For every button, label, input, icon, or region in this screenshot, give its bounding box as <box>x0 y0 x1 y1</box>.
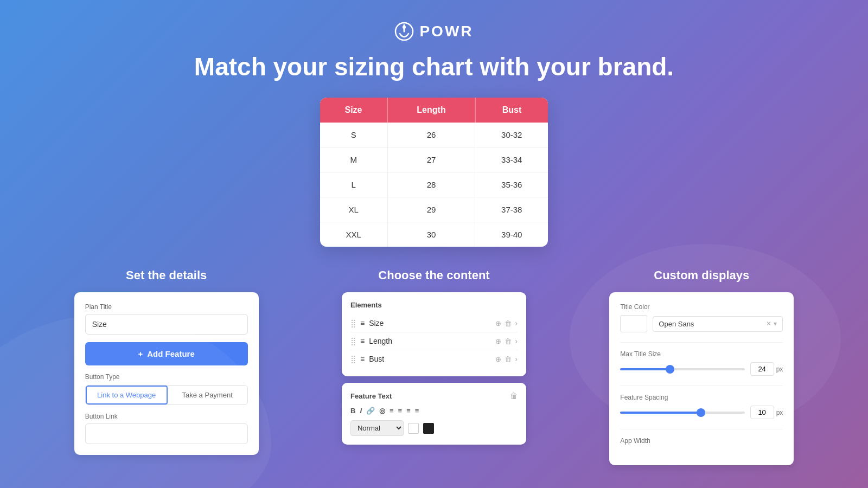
table-cell: M <box>320 147 387 172</box>
chevron-right-icon[interactable]: › <box>515 319 518 328</box>
slider-fill <box>620 412 701 414</box>
close-icon[interactable]: ✕ <box>766 320 771 328</box>
choose-content-column: Choose the content Elements ⣿ ≡ Size ⊕ 🗑… <box>304 268 564 445</box>
table-cell: 28 <box>387 172 475 197</box>
feature-text-card: Feature Text 🗑 B I 🔗 ◎ ≡ ≡ ≡ ≡ Normal He… <box>342 383 526 445</box>
italic-button[interactable]: I <box>360 407 362 415</box>
bold-button[interactable]: B <box>350 407 355 415</box>
background-color-picker[interactable] <box>423 423 434 434</box>
app-width-section: App Width <box>620 437 783 445</box>
chart-container: Size Length Bust S2630-32M2733-34L2835-3… <box>0 98 868 247</box>
max-title-unit: px <box>776 365 783 373</box>
slider-thumb[interactable] <box>697 408 705 417</box>
table-cell: 26 <box>387 123 475 147</box>
table-cell: XL <box>320 197 387 222</box>
divider <box>620 342 783 343</box>
feature-spacing-value-box: px <box>750 406 783 419</box>
delete-icon[interactable]: 🗑 <box>505 319 512 328</box>
title-color-label: Title Color <box>620 303 783 311</box>
app-width-label: App Width <box>620 437 783 445</box>
table-cell: 35-36 <box>475 172 548 197</box>
set-details-column: Set the details Plan Title + Add Feature… <box>36 268 297 455</box>
table-row: XXL3039-40 <box>320 222 548 247</box>
feature-spacing-label: Feature Spacing <box>620 394 783 401</box>
element-actions: ⊕ 🗑 › <box>495 355 518 363</box>
table-row: XL2937-38 <box>320 197 548 222</box>
title-color-section: Title Color Open Sans ✕ ▾ <box>620 303 783 332</box>
button-link-input[interactable] <box>85 423 248 444</box>
divider <box>620 429 783 429</box>
button-type-label: Button Type <box>85 373 248 381</box>
button-type-section: Button Type Link to a Webpage Take a Pay… <box>85 373 248 405</box>
max-title-size-section: Max Title Size px <box>620 350 783 376</box>
feature-spacing-section: Feature Spacing px <box>620 394 783 419</box>
image-button[interactable]: ◎ <box>379 407 385 415</box>
copy-icon[interactable]: ⊕ <box>495 337 501 345</box>
feature-spacing-value-input[interactable] <box>750 406 774 419</box>
align-left-button[interactable]: ≡ <box>390 407 394 415</box>
add-feature-button[interactable]: + Add Feature <box>85 342 248 365</box>
drag-handle-icon[interactable]: ⣿ <box>350 355 356 363</box>
button-link-label: Button Link <box>85 413 248 420</box>
max-title-value-input[interactable] <box>750 362 774 376</box>
title-color-swatch[interactable] <box>620 315 647 332</box>
list-icon: ≡ <box>360 337 365 345</box>
drag-handle-icon[interactable]: ⣿ <box>350 319 356 328</box>
chevron-right-icon[interactable]: › <box>515 355 518 363</box>
table-cell: 37-38 <box>475 197 548 222</box>
divider <box>620 386 783 386</box>
delete-icon[interactable]: 🗑 <box>505 355 512 363</box>
table-cell: 30 <box>387 222 475 247</box>
elements-title: Elements <box>350 301 518 309</box>
max-title-value-box: px <box>750 362 783 376</box>
button-link-section: Button Link <box>85 413 248 444</box>
table-cell: 30-32 <box>475 123 548 147</box>
feature-spacing-unit: px <box>776 409 783 416</box>
col-length: Length <box>387 98 475 123</box>
sizing-table: Size Length Bust S2630-32M2733-34L2835-3… <box>320 98 548 247</box>
feature-text-title: Feature Text <box>350 392 392 400</box>
feature-spacing-slider-row: px <box>620 406 783 419</box>
font-selector[interactable]: Open Sans ✕ ▾ <box>653 316 783 332</box>
table-row: M2733-34 <box>320 147 548 172</box>
slider-fill <box>620 368 670 370</box>
format-select[interactable]: Normal Heading 1 Heading 2 Heading 3 <box>350 420 404 436</box>
align-center-button[interactable]: ≡ <box>398 407 403 415</box>
copy-icon[interactable]: ⊕ <box>495 355 501 363</box>
format-row: Normal Heading 1 Heading 2 Heading 3 <box>350 420 518 436</box>
custom-displays-title: Custom displays <box>654 268 749 282</box>
powr-logo-icon <box>394 22 414 41</box>
chart-card: Size Length Bust S2630-32M2733-34L2835-3… <box>320 98 548 247</box>
bottom-section: Set the details Plan Title + Add Feature… <box>0 268 868 465</box>
header: POWR Match your sizing chart with your b… <box>0 0 868 81</box>
plan-title-input[interactable] <box>85 314 248 335</box>
element-actions: ⊕ 🗑 › <box>495 337 518 345</box>
link-button[interactable]: 🔗 <box>366 407 375 415</box>
table-cell: 39-40 <box>475 222 548 247</box>
list-icon: ≡ <box>360 355 365 363</box>
delete-icon[interactable]: 🗑 <box>505 337 512 345</box>
list-button[interactable]: ≡ <box>415 407 419 415</box>
btn-link-webpage[interactable]: Link to a Webpage <box>86 386 168 404</box>
custom-displays-column: Custom displays Title Color Open Sans ✕ … <box>571 268 832 465</box>
max-title-slider-row: px <box>620 362 783 376</box>
table-cell: 27 <box>387 147 475 172</box>
chevron-down-icon[interactable]: ▾ <box>774 320 777 328</box>
text-color-picker[interactable] <box>408 423 419 434</box>
feature-spacing-slider-track[interactable] <box>620 412 744 414</box>
max-title-slider-track[interactable] <box>620 368 744 370</box>
feature-text-delete-button[interactable]: 🗑 <box>510 391 518 400</box>
table-cell: 33-34 <box>475 147 548 172</box>
set-details-title: Set the details <box>126 268 207 282</box>
btn-take-payment[interactable]: Take a Payment <box>168 386 247 404</box>
align-right-button[interactable]: ≡ <box>406 407 411 415</box>
chevron-right-icon[interactable]: › <box>515 337 518 345</box>
slider-thumb[interactable] <box>666 365 674 374</box>
title-color-row: Open Sans ✕ ▾ <box>620 315 783 332</box>
svg-point-1 <box>403 25 406 29</box>
copy-icon[interactable]: ⊕ <box>495 319 501 328</box>
elements-card: Elements ⣿ ≡ Size ⊕ 🗑 › ⣿ ≡ Length ⊕ 🗑 › <box>342 292 526 376</box>
table-cell: 29 <box>387 197 475 222</box>
add-feature-label: Add Feature <box>147 349 195 358</box>
drag-handle-icon[interactable]: ⣿ <box>350 337 356 345</box>
